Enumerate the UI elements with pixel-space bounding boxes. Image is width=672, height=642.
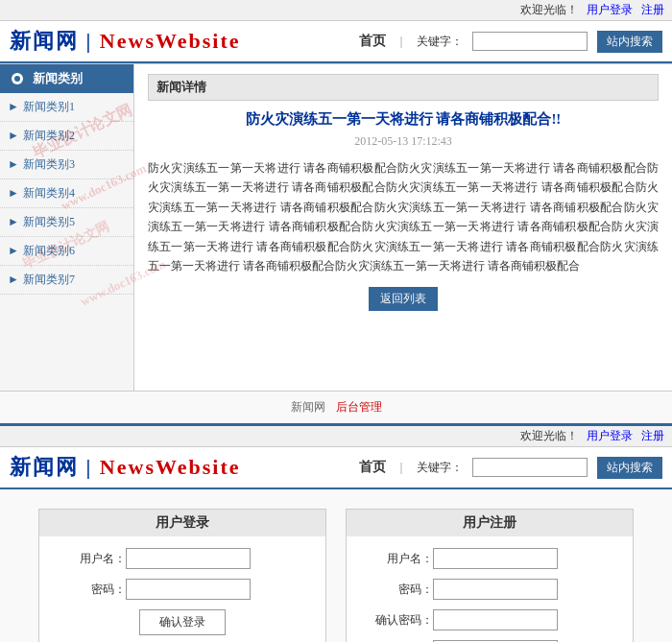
footer-sitename: 新闻网 — [291, 400, 325, 414]
register-link-p2[interactable]: 注册 — [641, 429, 664, 442]
keyword-input-p2[interactable] — [472, 458, 588, 477]
login-username-row: 用户名： — [59, 548, 306, 569]
register-title: 用户注册 — [347, 510, 633, 536]
site-logo: 新闻网 | NewsWebsite — [10, 27, 241, 56]
keyword-label-p2: 关键字： — [417, 460, 463, 476]
reg-confirm-input[interactable] — [433, 609, 558, 630]
sidebar-link-5[interactable]: 新闻类别5 — [23, 214, 75, 230]
sidebar-title: 新闻类别 — [0, 64, 133, 93]
sidebar-link-1[interactable]: 新闻类别1 — [23, 99, 75, 115]
site-logo-p2: 新闻网 | NewsWebsite — [10, 453, 241, 482]
site-footer: 新闻网 后台管理 — [0, 391, 672, 423]
sidebar-item-1[interactable]: ► 新闻类别1 — [0, 93, 133, 122]
nav-home[interactable]: 首页 — [359, 33, 386, 50]
login-username-label: 用户名： — [59, 551, 126, 567]
login-username-input[interactable] — [126, 548, 251, 569]
admin-link[interactable]: 后台管理 — [336, 400, 382, 414]
login-link[interactable]: 用户登录 — [587, 3, 633, 16]
login-password-row: 密码： — [59, 579, 306, 600]
arrow-icon-5: ► — [8, 215, 19, 229]
site-header-p2: 新闻网 | NewsWebsite 首页 ｜ 关键字： 站内搜索 — [0, 447, 672, 489]
sidebar-link-7[interactable]: 新闻类别7 — [23, 272, 75, 288]
nav-separator: ｜ — [396, 34, 407, 50]
login-title: 用户登录 — [39, 510, 325, 536]
arrow-icon-2: ► — [8, 129, 19, 143]
login-box: 用户登录 用户名： 密码： 确认登录 — [38, 509, 326, 642]
reg-confirm-row: 确认密码： — [366, 609, 613, 630]
register-box: 用户注册 用户名： 密码： 确认密码： 姓名： 确认注册 — [346, 509, 634, 642]
sidebar-icon — [8, 69, 27, 88]
main-container: 毕业设计论文网 www.doc163.com 毕业设计论文网 www.doc16… — [0, 63, 672, 391]
login-password-input[interactable] — [126, 579, 251, 600]
reg-confirm-label: 确认密码： — [366, 612, 433, 629]
sidebar-link-3[interactable]: 新闻类别3 — [23, 156, 75, 173]
sidebar: 新闻类别 ► 新闻类别1 ► 新闻类别2 ► 新闻类别3 ► 新闻类别4 ► 新… — [0, 64, 134, 391]
reg-username-row: 用户名： — [366, 548, 613, 569]
register-link[interactable]: 注册 — [641, 3, 664, 16]
login-password-label: 密码： — [59, 582, 126, 598]
auth-container: 用户登录 用户名： 密码： 确认登录 用户注册 用户名： 密码： — [0, 489, 672, 642]
keyword-label: 关键字： — [417, 34, 463, 50]
arrow-icon-1: ► — [8, 100, 19, 114]
sidebar-item-7[interactable]: ► 新闻类别7 — [0, 266, 133, 295]
site-header: 新闻网 | NewsWebsite 首页 ｜ 关键字： 站内搜索 — [0, 21, 672, 63]
reg-username-input[interactable] — [433, 548, 558, 569]
login-link-p2[interactable]: 用户登录 — [587, 429, 633, 442]
header-nav-p2: 首页 ｜ 关键字： 站内搜索 — [359, 457, 662, 479]
nav-sep-p2: ｜ — [396, 460, 407, 476]
sidebar-item-3[interactable]: ► 新闻类别3 — [0, 151, 133, 179]
back-button[interactable]: 返回列表 — [369, 287, 438, 311]
arrow-icon-3: ► — [8, 157, 19, 172]
reg-password-input[interactable] — [433, 579, 558, 600]
reg-password-row: 密码： — [366, 579, 613, 600]
sidebar-link-4[interactable]: 新闻类别4 — [23, 185, 75, 202]
sidebar-link-2[interactable]: 新闻类别2 — [23, 128, 75, 144]
svg-point-2 — [14, 76, 20, 82]
top-bar: 欢迎光临！ 用户登录 注册 — [0, 0, 672, 21]
arrow-icon-7: ► — [8, 273, 19, 287]
article-title: 防火灾演练五一第一天将进行 请各商铺积极配合!! — [148, 110, 659, 129]
top-bar-p2: 欢迎光临！ 用户登录 注册 — [0, 426, 672, 447]
sidebar-item-5[interactable]: ► 新闻类别5 — [0, 208, 133, 237]
sidebar-item-2[interactable]: ► 新闻类别2 — [0, 122, 133, 151]
content-area: 新闻详情 防火灾演练五一第一天将进行 请各商铺积极配合!! 2012-05-13… — [134, 64, 672, 391]
keyword-input[interactable] — [472, 32, 588, 51]
header-nav: 首页 ｜ 关键字： 站内搜索 — [359, 31, 662, 53]
search-button-p2[interactable]: 站内搜索 — [597, 457, 662, 479]
nav-home-p2[interactable]: 首页 — [359, 459, 386, 476]
content-title-bar: 新闻详情 — [148, 74, 659, 101]
reg-username-label: 用户名： — [366, 551, 433, 567]
sidebar-title-text: 新闻类别 — [33, 70, 83, 87]
arrow-icon-6: ► — [8, 244, 19, 258]
article-date: 2012-05-13 17:12:43 — [148, 134, 659, 149]
sidebar-link-6[interactable]: 新闻类别6 — [23, 243, 75, 259]
login-submit-button[interactable]: 确认登录 — [139, 609, 226, 635]
reg-password-label: 密码： — [366, 582, 433, 598]
welcome-text-p2: 欢迎光临！ — [520, 429, 578, 442]
sidebar-item-4[interactable]: ► 新闻类别4 — [0, 179, 133, 208]
search-button[interactable]: 站内搜索 — [597, 31, 662, 53]
article-body: 防火灾演练五一第一天将进行 请各商铺积极配合防火灾演练五一第一天将进行 请各商铺… — [148, 158, 659, 275]
arrow-icon-4: ► — [8, 186, 19, 201]
sidebar-item-6[interactable]: ► 新闻类别6 — [0, 237, 133, 266]
welcome-text: 欢迎光临！ — [520, 3, 578, 16]
